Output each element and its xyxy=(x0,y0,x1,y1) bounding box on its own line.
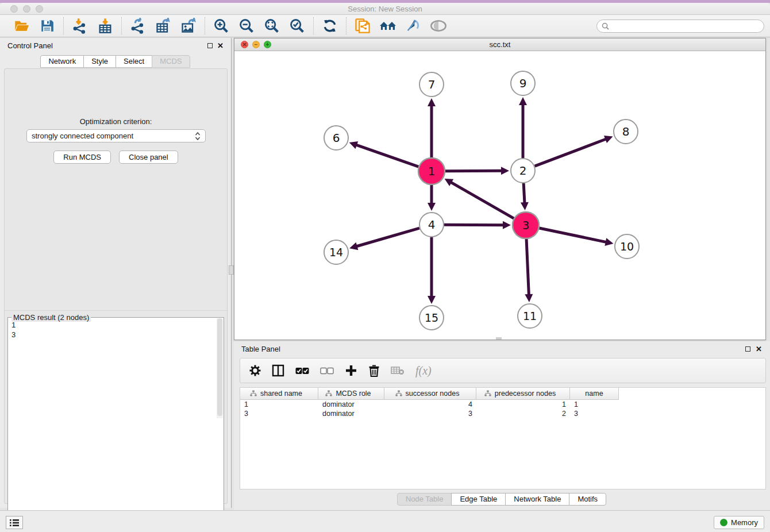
columns-icon[interactable] xyxy=(272,364,284,377)
cell-name[interactable]: 3 xyxy=(570,409,619,418)
gear-icon[interactable] xyxy=(249,365,261,376)
graph-edge-3-11[interactable] xyxy=(526,239,529,295)
table-panel-header: Table Panel ✕ xyxy=(234,341,770,356)
result-scrollbar-thumb[interactable] xyxy=(217,318,222,416)
criterion-dropdown[interactable]: strongly connected component xyxy=(26,129,206,142)
export-image-icon[interactable] xyxy=(180,17,197,34)
graph-edge-arrowhead xyxy=(428,296,436,304)
graph-node-label-15: 15 xyxy=(425,311,438,324)
zoom-in-icon[interactable] xyxy=(213,17,230,34)
tab-network[interactable]: Network xyxy=(40,55,84,68)
graph-node-label-9: 9 xyxy=(519,76,527,90)
tab-mcds[interactable]: MCDS xyxy=(152,55,190,68)
select-all-icon[interactable] xyxy=(295,367,309,375)
tab-edge-table[interactable]: Edge Table xyxy=(451,493,506,506)
main-toolbar xyxy=(0,15,770,37)
cell-shared-name[interactable]: 3 xyxy=(240,409,318,418)
tab-network-table[interactable]: Network Table xyxy=(505,493,569,506)
delete-column-icon xyxy=(391,366,405,375)
graph-edge-arrowhead xyxy=(503,221,511,229)
cell-mcds-role[interactable]: dominator xyxy=(318,409,384,418)
import-network-icon[interactable] xyxy=(71,17,88,34)
graph-edge-4-3[interactable] xyxy=(444,225,504,225)
splitter-grip[interactable] xyxy=(229,265,234,275)
add-row-icon[interactable] xyxy=(345,364,357,377)
cell-successor-nodes[interactable]: 4 xyxy=(384,400,476,409)
hierarchy-icon xyxy=(484,390,491,397)
tab-style[interactable]: Style xyxy=(83,55,116,68)
clone-network-icon[interactable] xyxy=(354,17,371,34)
graph-edge-arrowhead xyxy=(605,238,613,246)
float-table-panel-icon[interactable] xyxy=(745,346,750,352)
graph-edge-3-10[interactable] xyxy=(539,228,606,242)
home-layout-icon[interactable] xyxy=(379,17,396,34)
close-panel-button[interactable]: Close panel xyxy=(119,151,178,164)
table-row[interactable]: 1 dominator 4 1 1 xyxy=(240,400,765,409)
dropdown-stepper-icon xyxy=(195,132,201,141)
control-panel-tabs: Network Style Select MCDS xyxy=(0,55,231,68)
search-icon xyxy=(602,22,609,30)
task-history-button[interactable] xyxy=(6,516,23,529)
show-hide-graphics-icon[interactable] xyxy=(405,17,422,34)
column-header-predecessor-nodes[interactable]: predecessor nodes xyxy=(476,388,570,400)
cell-successor-nodes[interactable]: 3 xyxy=(384,409,476,418)
control-panel-title: Control Panel xyxy=(7,41,53,50)
list-icon xyxy=(10,519,19,527)
titlebar[interactable]: Session: New Session xyxy=(0,3,770,15)
cell-predecessor-nodes[interactable]: 2 xyxy=(476,409,570,418)
network-canvas[interactable]: 7968124314101511 xyxy=(234,51,765,340)
tab-select[interactable]: Select xyxy=(116,55,152,68)
open-session-icon[interactable] xyxy=(13,17,30,34)
network-scrollbar-grip[interactable] xyxy=(496,337,502,340)
import-table-icon[interactable] xyxy=(97,17,114,34)
memory-button[interactable]: Memory xyxy=(714,516,764,529)
cell-mcds-role[interactable]: dominator xyxy=(318,400,384,409)
column-header-shared-name[interactable]: shared name xyxy=(240,388,318,400)
zoom-selected-icon[interactable] xyxy=(288,17,306,34)
graph-edge-1-2[interactable] xyxy=(445,171,502,171)
tab-node-table[interactable]: Node Table xyxy=(397,493,452,506)
graph-edge-1-6[interactable] xyxy=(356,145,418,167)
cell-predecessor-nodes[interactable]: 1 xyxy=(476,400,570,409)
refresh-icon[interactable] xyxy=(321,17,338,34)
graph-edge-4-14[interactable] xyxy=(356,228,419,246)
column-header-mcds-role[interactable]: MCDS role xyxy=(318,388,384,400)
panel-divider xyxy=(5,310,227,311)
graph-edge-arrowhead xyxy=(428,98,436,106)
graph-edge-3-1[interactable] xyxy=(451,182,514,218)
graph-edge-2-3[interactable] xyxy=(523,183,525,203)
graph-edge-arrowhead xyxy=(428,203,436,211)
close-table-panel-icon[interactable]: ✕ xyxy=(756,345,762,353)
cell-shared-name[interactable]: 1 xyxy=(240,400,318,409)
result-scrollbar[interactable] xyxy=(217,318,223,418)
graph-edge-arrowhead xyxy=(349,242,358,250)
export-table-icon[interactable] xyxy=(155,17,172,34)
graph-edge-2-8[interactable] xyxy=(535,139,607,166)
search-field[interactable] xyxy=(596,20,764,33)
cell-name[interactable]: 1 xyxy=(570,400,619,409)
network-window-titlebar[interactable]: ✕ − + scc.txt xyxy=(234,38,765,51)
graph-edge-arrowhead xyxy=(519,97,527,105)
deselect-all-icon[interactable] xyxy=(320,367,334,375)
hierarchy-icon xyxy=(250,390,257,397)
column-header-name[interactable]: name xyxy=(570,388,619,400)
graph-node-label-1: 1 xyxy=(428,164,436,178)
zoom-out-icon[interactable] xyxy=(238,17,255,34)
tab-motifs[interactable]: Motifs xyxy=(569,493,606,506)
network-view-window: ✕ − + scc.txt 7968124314101511 xyxy=(234,38,766,340)
search-input[interactable] xyxy=(612,22,759,30)
delete-icon[interactable] xyxy=(368,364,380,377)
zoom-fit-icon[interactable] xyxy=(263,17,280,34)
table-row[interactable]: 3 dominator 3 2 3 xyxy=(240,409,765,418)
float-panel-icon[interactable] xyxy=(207,43,213,48)
column-header-successor-nodes[interactable]: successor nodes xyxy=(384,388,476,400)
save-session-icon[interactable] xyxy=(38,17,56,34)
run-mcds-button[interactable]: Run MCDS xyxy=(53,151,111,164)
close-panel-icon[interactable]: ✕ xyxy=(217,41,224,50)
function-builder-icon: f(x) xyxy=(415,364,432,377)
network-graph[interactable]: 7968124314101511 xyxy=(234,51,765,340)
cytoscape-window: Session: New Session xyxy=(0,0,770,532)
mcds-result-text[interactable]: 1 3 xyxy=(11,320,16,340)
control-panel-header: Control Panel ✕ xyxy=(0,38,231,53)
export-network-icon[interactable] xyxy=(129,17,147,34)
